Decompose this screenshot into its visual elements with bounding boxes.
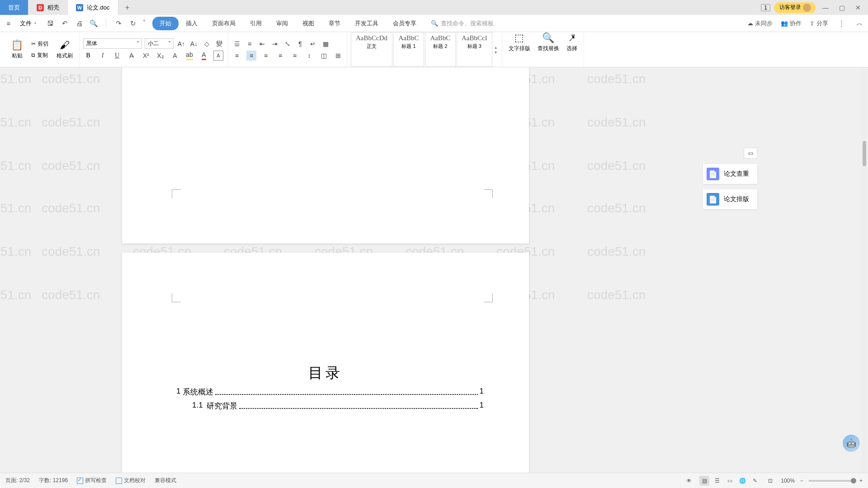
style-normal[interactable]: AaBbCcDd正文 [351, 32, 392, 67]
command-search[interactable]: 🔍 查找命令、搜索模板 [431, 19, 494, 28]
minimize-button[interactable]: — [819, 2, 832, 14]
page-indicator[interactable]: 页面: 2/32 [5, 477, 30, 484]
italic-button[interactable]: I [98, 51, 108, 61]
clear-format-icon[interactable]: ◇ [202, 39, 212, 49]
print-icon[interactable]: 🖨 [74, 19, 84, 28]
eye-care-icon[interactable]: 👁 [684, 476, 694, 486]
save-icon[interactable]: 🖫 [45, 19, 55, 28]
plagiarism-check-button[interactable]: 📄论文查重 [703, 164, 757, 184]
tab-chapter[interactable]: 章节 [321, 17, 348, 30]
bullets-icon[interactable]: ☰ [232, 39, 242, 49]
close-button[interactable]: ✕ [852, 2, 864, 14]
borders-icon[interactable]: ▦ [321, 39, 330, 49]
strikethrough-button[interactable]: A̶ [127, 51, 137, 61]
styles-expand[interactable]: ▴▾ [493, 32, 498, 67]
copy-button[interactable]: ⧉复制 [29, 51, 50, 60]
word-count[interactable]: 字数: 12196 [39, 477, 68, 484]
style-h1[interactable]: AaBbC标题 1 [393, 32, 424, 67]
collab-button[interactable]: 👥协作 [781, 19, 802, 28]
web-view-icon[interactable]: 🌐 [737, 476, 747, 486]
share-button[interactable]: ⇪分享 [810, 19, 828, 28]
show-marks-icon[interactable]: ↵ [308, 39, 318, 49]
zoom-value[interactable]: 100% [781, 478, 795, 484]
style-h3[interactable]: AaBbCcI标题 3 [457, 32, 492, 67]
collapse-ribbon-icon[interactable]: ︿ [854, 19, 864, 28]
preview-icon[interactable]: 🔍 [89, 19, 99, 28]
increase-indent-icon[interactable]: ⇥ [270, 39, 280, 49]
text-layout-button[interactable]: ⬚文字排版 [506, 32, 533, 67]
collapse-panel-button[interactable]: ▭ [744, 148, 757, 159]
maximize-button[interactable]: ▢ [835, 2, 848, 14]
sort-icon[interactable]: ⤡ [283, 39, 292, 49]
align-right-icon[interactable]: ≡ [261, 51, 271, 61]
font-name-select[interactable]: 黑体▾ [83, 38, 142, 49]
style-h2[interactable]: AaBbC标题 2 [425, 32, 456, 67]
vertical-scrollbar[interactable] [862, 69, 867, 472]
subscript-button[interactable]: X₂ [156, 51, 165, 61]
font-size-select[interactable]: 小二▾ [145, 38, 174, 49]
proofread-toggle[interactable]: 文档校对 [116, 477, 146, 484]
align-center-icon[interactable]: ≡ [246, 51, 256, 61]
font-color-button[interactable]: A [199, 51, 209, 61]
tab-start[interactable]: 开始 [152, 17, 179, 30]
shading-icon[interactable]: ◫ [319, 51, 329, 61]
pen-icon[interactable]: ✎ [750, 476, 760, 486]
redo-icon[interactable]: ↷ [113, 19, 123, 28]
tab-insert[interactable]: 插入 [179, 17, 205, 30]
sync-button[interactable]: ☁未同步 [747, 19, 773, 28]
tab-member[interactable]: 会员专享 [386, 17, 424, 30]
decrease-font-icon[interactable]: A↓ [189, 39, 199, 49]
numbering-icon[interactable]: ≡ [245, 39, 255, 49]
scrollbar-thumb[interactable] [863, 141, 866, 166]
chevron-down-icon[interactable]: ▾ [143, 19, 145, 28]
tab-review[interactable]: 审阅 [269, 17, 295, 30]
text-effect-button[interactable]: A [170, 51, 180, 61]
bold-button[interactable]: B [83, 51, 93, 61]
login-button[interactable]: 访客登录 [774, 2, 816, 13]
tab-docke[interactable]: D稻壳 [28, 0, 68, 15]
hamburger-icon[interactable]: ≡ [4, 19, 14, 28]
underline-button[interactable]: U [112, 51, 122, 61]
tab-document[interactable]: W论文.doc [68, 0, 118, 15]
phonetic-icon[interactable]: 變 [214, 39, 224, 49]
redo2-icon[interactable]: ↻ [128, 19, 138, 28]
table-border-icon[interactable]: ⊞ [333, 51, 343, 61]
select-button[interactable]: ⭷选择 [564, 32, 580, 67]
tab-home[interactable]: 首页 [0, 0, 28, 15]
line-spacing-icon[interactable]: ↕ [304, 51, 314, 61]
paste-button[interactable]: 📋粘贴 [8, 39, 26, 60]
zoom-in-button[interactable]: + [859, 478, 863, 484]
format-painter-button[interactable]: 🖌格式刷 [54, 39, 75, 60]
char-border-button[interactable]: A [213, 51, 223, 61]
tab-icon[interactable]: ¶ [295, 39, 305, 49]
tab-refs[interactable]: 引用 [243, 17, 269, 30]
superscript-button[interactable]: X² [141, 51, 151, 61]
spellcheck-toggle[interactable]: 拼写检查 [77, 477, 107, 484]
add-tab-button[interactable]: + [118, 0, 137, 15]
decrease-indent-icon[interactable]: ⇤ [257, 39, 267, 49]
file-menu[interactable]: 文件▾ [16, 19, 40, 28]
cut-button[interactable]: ✂剪切 [29, 39, 50, 49]
slider-thumb[interactable] [851, 478, 856, 483]
increase-font-icon[interactable]: A↑ [176, 39, 186, 49]
align-left-icon[interactable]: ≡ [232, 51, 242, 61]
distribute-icon[interactable]: ≡ [290, 51, 300, 61]
window-count-badge[interactable]: 1 [761, 4, 770, 11]
tab-devtools[interactable]: 开发工具 [348, 17, 386, 30]
zoom-slider[interactable] [809, 480, 854, 482]
page-view-icon[interactable]: ▤ [699, 476, 709, 486]
reading-view-icon[interactable]: ▭ [725, 476, 735, 486]
tab-layout[interactable]: 页面布局 [205, 17, 243, 30]
fit-width-icon[interactable]: ⊡ [765, 476, 775, 486]
tab-view[interactable]: 视图 [295, 17, 321, 30]
outline-view-icon[interactable]: ☰ [712, 476, 722, 486]
document-area[interactable]: /*placeholder*/ code51.cncode51.cncode51… [0, 67, 868, 473]
more-icon[interactable]: ⋮ [836, 19, 846, 28]
undo-icon[interactable]: ↶ [60, 19, 70, 28]
highlight-button[interactable]: ab [184, 51, 194, 61]
thesis-layout-button[interactable]: 📄论文排版 [703, 189, 757, 209]
ai-assistant-button[interactable]: 🤖 [843, 435, 860, 452]
find-replace-button[interactable]: 🔍查找替换 [535, 32, 562, 67]
zoom-out-button[interactable]: − [800, 478, 803, 484]
align-justify-icon[interactable]: ≡ [275, 51, 285, 61]
